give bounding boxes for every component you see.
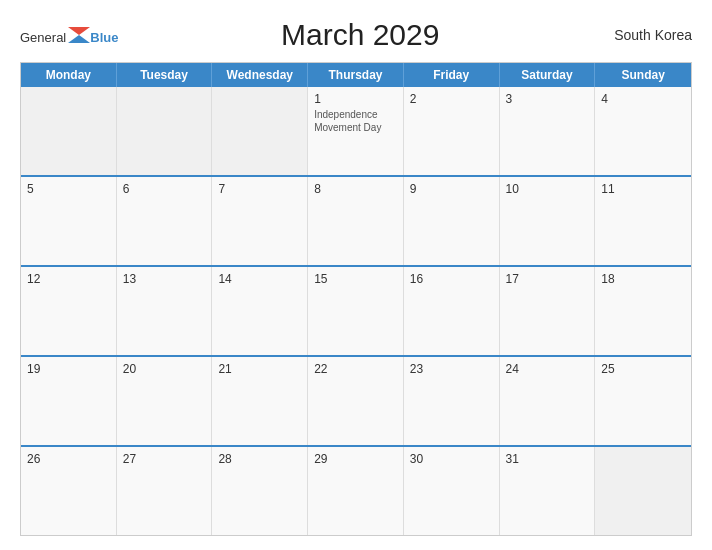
cell-empty-3	[212, 87, 308, 175]
cell-mar-1: 1 Independence Movement Day	[308, 87, 404, 175]
cell-mar-10: 10	[500, 177, 596, 265]
day-number: 15	[314, 272, 397, 286]
cell-mar-3: 3	[500, 87, 596, 175]
day-number: 2	[410, 92, 493, 106]
cell-mar-22: 22	[308, 357, 404, 445]
cell-mar-19: 19	[21, 357, 117, 445]
cell-mar-26: 26	[21, 447, 117, 535]
cell-mar-2: 2	[404, 87, 500, 175]
week-row-1: 1 Independence Movement Day 2 3 4	[21, 87, 691, 177]
cell-mar-4: 4	[595, 87, 691, 175]
day-number: 10	[506, 182, 589, 196]
day-number: 27	[123, 452, 206, 466]
calendar-header-row: Monday Tuesday Wednesday Thursday Friday…	[21, 63, 691, 87]
cell-mar-12: 12	[21, 267, 117, 355]
cell-mar-24: 24	[500, 357, 596, 445]
week-row-4: 19 20 21 22 23 24 25	[21, 357, 691, 447]
cell-mar-16: 16	[404, 267, 500, 355]
header-friday: Friday	[404, 63, 500, 87]
cell-mar-20: 20	[117, 357, 213, 445]
cell-mar-28: 28	[212, 447, 308, 535]
cell-mar-25: 25	[595, 357, 691, 445]
logo-flag-icon	[68, 27, 90, 43]
day-number: 9	[410, 182, 493, 196]
day-number: 28	[218, 452, 301, 466]
logo-general-text: General	[20, 31, 66, 44]
day-number: 8	[314, 182, 397, 196]
day-number: 17	[506, 272, 589, 286]
calendar-grid: Monday Tuesday Wednesday Thursday Friday…	[20, 62, 692, 536]
cell-mar-18: 18	[595, 267, 691, 355]
week-row-3: 12 13 14 15 16 17 18	[21, 267, 691, 357]
day-number: 25	[601, 362, 685, 376]
day-number: 31	[506, 452, 589, 466]
day-number: 20	[123, 362, 206, 376]
cell-mar-14: 14	[212, 267, 308, 355]
day-number: 26	[27, 452, 110, 466]
header-sunday: Sunday	[595, 63, 691, 87]
week-row-5: 26 27 28 29 30 31	[21, 447, 691, 535]
header-tuesday: Tuesday	[117, 63, 213, 87]
page-header: General Blue March 2029 South Korea	[20, 18, 692, 52]
day-number: 24	[506, 362, 589, 376]
cell-mar-17: 17	[500, 267, 596, 355]
cell-mar-30: 30	[404, 447, 500, 535]
day-number: 7	[218, 182, 301, 196]
cell-mar-8: 8	[308, 177, 404, 265]
cell-mar-23: 23	[404, 357, 500, 445]
day-number: 29	[314, 452, 397, 466]
cell-mar-13: 13	[117, 267, 213, 355]
day-number: 13	[123, 272, 206, 286]
calendar-title: March 2029	[118, 18, 602, 52]
day-number: 12	[27, 272, 110, 286]
cell-mar-6: 6	[117, 177, 213, 265]
cell-mar-7: 7	[212, 177, 308, 265]
holiday-label: Independence Movement Day	[314, 108, 397, 134]
week-row-2: 5 6 7 8 9 10 11	[21, 177, 691, 267]
cell-empty-end	[595, 447, 691, 535]
cell-mar-9: 9	[404, 177, 500, 265]
day-number: 23	[410, 362, 493, 376]
day-number: 19	[27, 362, 110, 376]
cell-mar-31: 31	[500, 447, 596, 535]
header-wednesday: Wednesday	[212, 63, 308, 87]
day-number: 22	[314, 362, 397, 376]
day-number: 6	[123, 182, 206, 196]
header-saturday: Saturday	[500, 63, 596, 87]
cell-empty-2	[117, 87, 213, 175]
logo: General Blue	[20, 27, 118, 44]
country-label: South Korea	[602, 27, 692, 43]
logo-blue-text: Blue	[90, 31, 118, 44]
cell-mar-29: 29	[308, 447, 404, 535]
day-number: 3	[506, 92, 589, 106]
day-number: 18	[601, 272, 685, 286]
header-thursday: Thursday	[308, 63, 404, 87]
day-number: 21	[218, 362, 301, 376]
cell-mar-11: 11	[595, 177, 691, 265]
cell-mar-27: 27	[117, 447, 213, 535]
cell-mar-21: 21	[212, 357, 308, 445]
day-number: 5	[27, 182, 110, 196]
day-number: 14	[218, 272, 301, 286]
cell-empty-1	[21, 87, 117, 175]
cell-mar-5: 5	[21, 177, 117, 265]
calendar-body: 1 Independence Movement Day 2 3 4 5	[21, 87, 691, 535]
calendar-page: General Blue March 2029 South Korea Mond…	[0, 0, 712, 550]
day-number: 16	[410, 272, 493, 286]
day-number: 1	[314, 92, 397, 106]
header-monday: Monday	[21, 63, 117, 87]
day-number: 4	[601, 92, 685, 106]
day-number: 30	[410, 452, 493, 466]
day-number: 11	[601, 182, 685, 196]
cell-mar-15: 15	[308, 267, 404, 355]
